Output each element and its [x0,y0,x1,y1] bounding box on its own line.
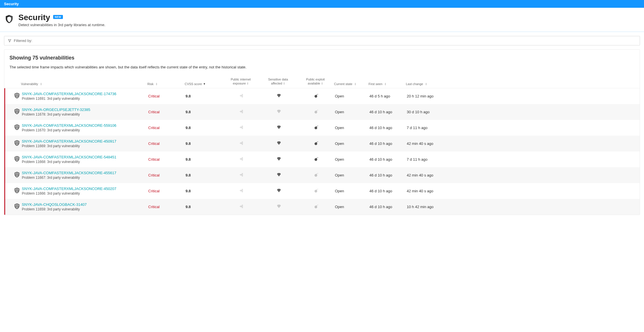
col-exploit[interactable]: Public exploit available▲▼ [297,77,334,86]
row-shield-icon [14,93,22,100]
vulnerability-link[interactable]: SNYK-JAVA-COMFASTERXMLJACKSONCORE-450207 [22,187,148,191]
col-first-seen[interactable]: First seen▲▼ [369,82,406,86]
last-change-value: 7 d 11 h ago [407,157,427,162]
sensitive-data-icon [277,125,281,130]
exposure-icon [239,109,244,114]
exploit-icon [314,204,319,209]
first-seen-value: 46 d 5 h ago [369,94,390,98]
exposure-icon [239,157,244,161]
row-shield-icon [14,108,22,116]
vulnerability-link[interactable]: SNYK-JAVA-COMFASTERXMLJACKSONCORE-455617 [22,171,148,175]
last-change-value: 7 d 11 h ago [407,126,427,130]
col-last-change[interactable]: Last change▲▼ [406,82,443,86]
sort-icon: ▲▼ [321,82,323,85]
exposure-icon [239,204,244,209]
sensitive-data-icon [277,109,281,114]
exploit-icon [314,125,319,130]
sensitive-data-icon [277,93,281,98]
risk-value: Critical [148,126,160,130]
vulnerabilities-table: Vulnerability▲▼ Risk▲▼ CVSS score▼ Publi… [4,75,640,215]
state-value: Open [335,141,344,146]
exploit-icon [314,141,319,145]
first-seen-value: 46 d 10 h ago [369,126,392,130]
row-shield-icon [14,203,22,210]
breadcrumb-item[interactable]: Security [4,2,19,6]
table-row[interactable]: SNYK-JAVA-ORGECLIPSEJETTY-32385 Problem … [4,104,640,120]
last-change-value: 20 h 12 min ago [407,94,433,98]
state-value: Open [335,94,344,98]
vulnerability-link[interactable]: SNYK-JAVA-COMFASTERXMLJACKSONCORE-174736 [22,92,148,96]
table-row[interactable]: SNYK-JAVA-COMFASTERXMLJACKSONCORE-548451… [4,151,640,167]
vulnerabilities-panel: Showing 75 vulnerabilities The selected … [4,49,640,215]
exploit-icon [314,109,319,114]
col-cvss[interactable]: CVSS score▼ [185,82,222,86]
filter-icon [8,39,11,43]
row-shield-icon [14,124,22,131]
exploit-icon [314,93,319,98]
exposure-icon [239,125,244,130]
table-header-row: Vulnerability▲▼ Risk▲▼ CVSS score▼ Publi… [4,75,640,88]
table-row[interactable]: SNYK-JAVA-CHQOSLOGBACK-31407 Problem 116… [4,199,640,215]
sort-icon: ▲▼ [247,82,249,85]
page-subtitle: Detect vulnerabilities in 3rd party libr… [18,23,105,27]
col-state[interactable]: Current state▲▼ [334,82,369,86]
cvss-value: 9.8 [186,141,191,146]
last-change-value: 30 d 10 h ago [407,110,430,114]
vulnerability-link[interactable]: SNYK-JAVA-ORGECLIPSEJETTY-32385 [22,108,148,112]
table-row[interactable]: SNYK-JAVA-COMFASTERXMLJACKSONCORE-455617… [4,167,640,183]
filter-bar[interactable]: Filtered by: [4,36,640,45]
risk-value: Critical [148,157,160,162]
vulnerability-problem: Problem 11691: 3rd party vulnerability [22,97,148,101]
vulnerability-problem: Problem 11666: 3rd party vulnerability [22,191,148,195]
risk-value: Critical [148,189,160,193]
col-sensitive[interactable]: Sensitive data affected▲▼ [259,77,297,86]
exposure-icon [239,93,244,98]
exploit-icon [314,172,319,177]
exposure-icon [239,141,244,145]
page-title: Security [18,13,50,22]
table-row[interactable]: SNYK-JAVA-COMFASTERXMLJACKSONCORE-450207… [4,183,640,199]
exposure-icon [239,188,244,193]
breadcrumb-bar: Security [0,0,644,8]
vulnerability-problem: Problem 11667: 3rd party vulnerability [22,176,148,180]
vulnerability-link[interactable]: SNYK-JAVA-COMFASTERXMLJACKSONCORE-559106 [22,123,148,128]
cvss-value: 9.8 [186,189,191,193]
state-value: Open [335,157,344,162]
state-value: Open [335,189,344,193]
sensitive-data-icon [277,204,281,209]
last-change-value: 10 h 42 min ago [407,205,433,209]
vulnerability-problem: Problem 11668: 3rd party vulnerability [22,160,148,164]
risk-value: Critical [148,141,160,146]
row-shield-icon [14,187,22,195]
risk-value: Critical [148,110,160,114]
vulnerability-problem: Problem 11669: 3rd party vulnerability [22,144,148,148]
col-vulnerability[interactable]: Vulnerability▲▼ [21,82,147,86]
col-risk[interactable]: Risk▲▼ [147,82,185,86]
sort-icon: ▲▼ [384,82,386,85]
sort-desc-icon: ▼ [203,82,206,85]
vulnerability-link[interactable]: SNYK-JAVA-COMFASTERXMLJACKSONCORE-450917 [22,139,148,143]
cvss-value: 9.8 [186,94,191,98]
sort-icon: ▲▼ [425,82,427,85]
exploit-icon [314,188,319,193]
row-shield-icon [14,156,22,163]
row-shield-icon [14,140,22,147]
table-row[interactable]: SNYK-JAVA-COMFASTERXMLJACKSONCORE-450917… [4,136,640,151]
vulnerability-link[interactable]: SNYK-JAVA-CHQOSLOGBACK-31407 [22,202,148,207]
col-exposure[interactable]: Public internet exposure▲▼ [222,77,259,86]
risk-value: Critical [148,173,160,177]
panel-description: The selected time frame impacts which vu… [9,65,635,69]
vulnerability-problem: Problem 11659: 3rd party vulnerability [22,207,148,211]
vulnerability-problem: Problem 11670: 3rd party vulnerability [22,128,148,132]
sort-icon: ▲▼ [354,82,356,85]
state-value: Open [335,110,344,114]
exposure-icon [239,172,244,177]
table-row[interactable]: SNYK-JAVA-COMFASTERXMLJACKSONCORE-559106… [4,120,640,136]
vulnerability-link[interactable]: SNYK-JAVA-COMFASTERXMLJACKSONCORE-548451 [22,155,148,159]
last-change-value: 42 min 40 s ago [407,141,433,146]
security-shield-icon [4,14,14,24]
cvss-value: 9.8 [186,110,191,114]
table-row[interactable]: SNYK-JAVA-COMFASTERXMLJACKSONCORE-174736… [4,88,640,104]
first-seen-value: 46 d 10 h ago [369,205,392,209]
first-seen-value: 46 d 10 h ago [369,173,392,177]
